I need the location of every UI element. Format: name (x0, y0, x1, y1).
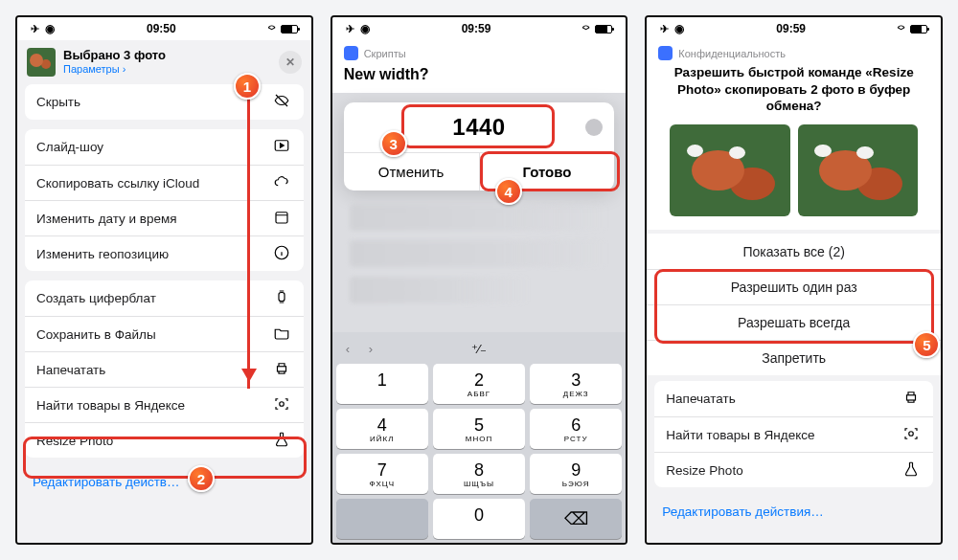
phone-input-prompt: ✈◉ 09:59 ⌔ Скрипты New width? 1440 Отмен… (331, 15, 628, 545)
phone-share-sheet: ✈◉ 09:50 ⌔ Выбрано 3 фото Параметры › ✕ … (15, 15, 313, 545)
printer-icon (901, 389, 922, 409)
action-hide[interactable]: Скрыть (25, 84, 304, 120)
status-time: 09:59 (462, 22, 491, 35)
edit-actions-link[interactable]: Редактировать действия… (647, 495, 941, 528)
app-tag: Конфиденциальность (658, 46, 929, 60)
bg-action-resize[interactable]: Resize Photo (654, 452, 933, 487)
blurred-background (332, 200, 627, 311)
badge-4: 4 (495, 178, 522, 205)
flask-icon (901, 460, 922, 481)
badge-2: 2 (188, 465, 215, 492)
battery-icon (595, 25, 612, 34)
status-time: 09:50 (147, 22, 176, 35)
action-date[interactable]: Изменить дату и время (25, 200, 304, 235)
close-button[interactable]: ✕ (279, 51, 302, 74)
svg-rect-1 (276, 212, 287, 222)
key-7[interactable]: 7ФХЦЧ (336, 454, 428, 494)
wifi-icon: ◉ (360, 22, 370, 35)
info-icon (271, 244, 292, 264)
status-bar: ✈◉ 09:59 ⌔ (647, 17, 941, 40)
svg-rect-4 (277, 366, 285, 370)
scan-icon (901, 425, 922, 445)
svg-point-7 (909, 431, 914, 436)
key-0[interactable]: 0 (433, 499, 525, 539)
action-icloud-link[interactable]: Скопировать ссылку iCloud (25, 165, 304, 200)
selection-thumb (27, 48, 56, 77)
calendar-icon (271, 209, 292, 229)
chevron-left-icon[interactable]: ‹ (346, 342, 350, 356)
key-5[interactable]: 5МНОП (433, 409, 525, 449)
key-1[interactable]: 1 (336, 364, 428, 404)
action-yandex[interactable]: Найти товары в Яндексе (25, 387, 304, 422)
play-rect-icon (271, 137, 292, 157)
status-bar: ✈◉ 09:50 ⌔ (17, 17, 311, 40)
scripts-app-icon (344, 46, 358, 60)
preview-1 (670, 124, 789, 216)
action-print[interactable]: Напечатать (25, 351, 304, 387)
chevron-right-icon[interactable]: › (369, 342, 373, 356)
prompt-question: New width? (344, 60, 615, 93)
status-time: 09:59 (776, 22, 806, 35)
edit-actions-link[interactable]: Редактировать действ… (17, 465, 311, 499)
allow-once-button[interactable]: Разрешить один раз (647, 269, 941, 304)
deny-button[interactable]: Запретить (647, 340, 941, 375)
sheet-title: Выбрано 3 фото (63, 49, 271, 63)
phone-privacy-prompt: ✈◉ 09:59 ⌔ Конфиденциальность Разрешить … (645, 15, 943, 545)
numeric-keypad: ‹›⁺∕₋ 1 2АБВГ 3ДЕЖЗ 4ИЙКЛ 5МНОП 6РСТУ 7Ф… (332, 332, 627, 543)
wifi-icon: ◉ (674, 22, 684, 35)
folder-icon (271, 325, 292, 345)
preview-2 (798, 124, 918, 216)
bt-icon: ⌔ (898, 22, 904, 35)
key-blank (336, 499, 428, 539)
key-backspace[interactable]: ⌫ (530, 499, 622, 539)
bt-icon: ⌔ (582, 22, 589, 35)
badge-3: 3 (380, 130, 407, 157)
action-watchface[interactable]: Создать циферблат (25, 280, 304, 316)
key-3[interactable]: 3ДЕЖЗ (530, 364, 622, 404)
bt-icon: ⌔ (268, 22, 275, 35)
eye-slash-icon (271, 92, 292, 112)
cancel-button[interactable]: Отменить (344, 153, 479, 190)
battery-icon (281, 25, 298, 34)
airplane-icon: ✈ (346, 23, 354, 35)
sheet-header: Выбрано 3 фото Параметры › ✕ (17, 40, 311, 84)
allow-always-button[interactable]: Разрешать всегда (647, 304, 941, 340)
airplane-icon: ✈ (660, 23, 669, 35)
flask-icon (271, 431, 292, 451)
privacy-title: Разрешить быстрой команде «Resize Photo»… (658, 60, 929, 115)
cloud-link-icon (271, 173, 292, 193)
annotation-arrow (247, 86, 250, 389)
scan-icon (271, 395, 292, 415)
key-8[interactable]: 8ШЩЪЫ (433, 454, 525, 494)
watch-icon (271, 288, 292, 308)
action-resize-photo[interactable]: Resize Photo (25, 422, 304, 458)
action-slideshow[interactable]: Слайд-шоу (25, 129, 304, 165)
app-tag: Скрипты (344, 46, 615, 60)
status-bar: ✈◉ 09:59 ⌔ (332, 17, 627, 40)
sign-toggle[interactable]: ⁺∕₋ (471, 342, 487, 356)
airplane-icon: ✈ (31, 23, 39, 35)
badge-1: 1 (234, 73, 261, 100)
bg-action-yandex[interactable]: Найти товары в Яндексе (654, 416, 933, 452)
privacy-app-icon (658, 46, 673, 60)
clear-icon[interactable] (585, 119, 603, 136)
photo-previews (658, 115, 929, 220)
bg-action-print[interactable]: Напечатать (654, 381, 933, 416)
show-all-link[interactable]: Показать все (2) (647, 234, 941, 269)
key-4[interactable]: 4ИЙКЛ (336, 409, 428, 449)
battery-icon (910, 25, 927, 34)
wifi-icon: ◉ (45, 22, 55, 35)
printer-icon (271, 360, 292, 380)
svg-point-5 (279, 401, 284, 406)
svg-rect-6 (907, 395, 916, 400)
key-2[interactable]: 2АБВГ (433, 364, 525, 404)
action-save-files[interactable]: Сохранить в Файлы (25, 316, 304, 351)
key-9[interactable]: 9ЬЭЮЯ (530, 454, 622, 494)
action-geo[interactable]: Изменить геопозицию (25, 235, 304, 271)
key-6[interactable]: 6РСТУ (530, 409, 622, 449)
svg-rect-3 (279, 293, 285, 302)
